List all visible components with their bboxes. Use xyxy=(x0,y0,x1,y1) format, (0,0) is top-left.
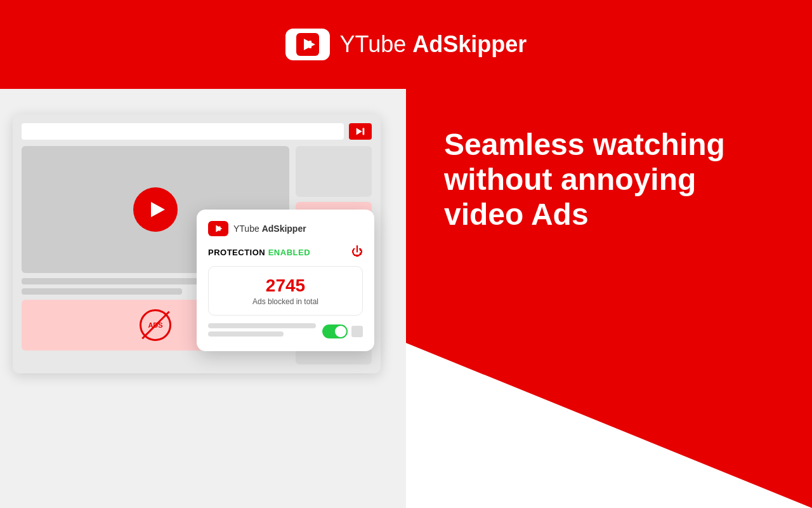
info-bar-2 xyxy=(22,288,182,295)
power-icon[interactable]: ⏻ xyxy=(351,245,363,258)
toggle-container xyxy=(322,324,363,338)
app-header: YTube AdSkipper xyxy=(0,0,812,89)
stats-box: 2745 Ads blocked in total xyxy=(208,266,363,316)
headline-line3: video Ads xyxy=(444,197,589,231)
popup-logo-regular: YTube xyxy=(233,224,262,234)
svg-marker-5 xyxy=(151,202,165,217)
svg-marker-3 xyxy=(357,128,362,135)
stats-number: 2745 xyxy=(218,276,353,296)
popup-logo-bold: AdSkipper xyxy=(262,224,306,234)
protection-status: ENABLED xyxy=(268,248,310,257)
svg-rect-2 xyxy=(309,41,311,48)
protection-label: PROTECTION xyxy=(208,248,265,257)
popup-text-lines xyxy=(208,323,316,340)
browser-bar xyxy=(22,123,372,140)
no-ads-icon: ADS xyxy=(140,309,171,341)
svg-rect-4 xyxy=(363,128,365,135)
headline-line1: Seamless watching xyxy=(444,128,725,161)
protection-row: PROTECTION ENABLED ⏻ xyxy=(208,245,363,258)
protection-text: PROTECTION ENABLED xyxy=(208,246,310,258)
header-title-bold: AdSkipper xyxy=(412,31,527,57)
popup-logo-icon xyxy=(208,221,228,236)
toggle-switch[interactable] xyxy=(322,324,348,338)
header-title: YTube AdSkipper xyxy=(340,31,527,58)
text-line-1 xyxy=(208,323,316,328)
popup-logo-text: YTube AdSkipper xyxy=(233,224,306,234)
headline-line2: without annoying xyxy=(444,163,696,196)
headline-text: Seamless watching without annoying video… xyxy=(444,127,787,232)
stats-label: Ads blocked in total xyxy=(218,297,353,306)
header-title-regular: YTube xyxy=(340,31,413,57)
popup-header: YTube AdSkipper xyxy=(208,221,363,236)
sidebar-block-1 xyxy=(296,146,372,197)
popup-bottom xyxy=(208,323,363,340)
svg-rect-8 xyxy=(219,226,221,231)
right-side: Seamless watching without annoying video… xyxy=(406,89,812,508)
play-button[interactable] xyxy=(133,187,178,232)
popup-card: YTube AdSkipper PROTECTION ENABLED ⏻ 274… xyxy=(197,210,374,351)
header-logo-icon xyxy=(285,29,330,60)
text-line-2 xyxy=(208,331,284,337)
url-bar xyxy=(22,123,344,140)
left-mockup: ADS AD xyxy=(0,89,406,508)
main-content: ADS AD xyxy=(0,89,812,508)
browser-skip-btn[interactable] xyxy=(349,123,372,140)
toggle-label-box xyxy=(351,326,363,337)
